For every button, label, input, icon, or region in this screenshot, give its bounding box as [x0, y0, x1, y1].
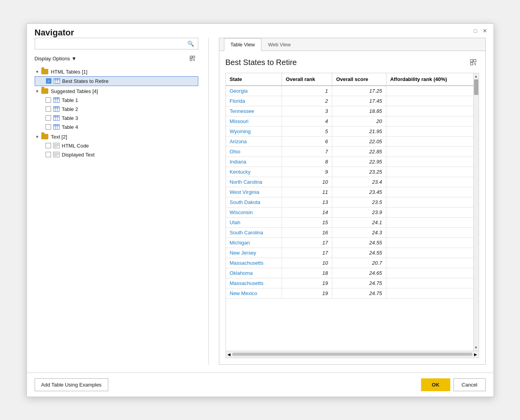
table1-checkbox[interactable]: [46, 97, 51, 103]
table1-label: Table 1: [62, 97, 78, 103]
cell-r14-c0: South Carolina: [226, 227, 282, 237]
cell-r5-c0: Arizona: [226, 136, 282, 146]
cell-r19-c0: Massachusetts: [226, 278, 282, 288]
table-row: Michigan1724.55: [226, 237, 473, 248]
best-states-label: Best States to Retire: [62, 78, 109, 84]
html-tables-header[interactable]: ▼ HTML Tables [1]: [35, 67, 198, 76]
tab-web-view[interactable]: Web View: [261, 38, 297, 51]
hscroll-track[interactable]: [232, 353, 472, 356]
cell-r1-c0: Florida: [226, 96, 282, 106]
svg-rect-36: [471, 60, 473, 62]
minimize-button[interactable]: □: [472, 27, 479, 35]
cell-r10-c0: West Virginia: [226, 187, 282, 197]
cell-r15-c3: [386, 237, 473, 248]
main-content: 🔍 Display Options ▼: [27, 38, 494, 373]
html-code-label: HTML Code: [62, 143, 89, 149]
cell-r7-c0: Indiana: [226, 156, 282, 167]
cell-r20-c0: New Mexico: [226, 288, 282, 298]
text-group: ▼ Text [2]: [35, 132, 198, 159]
data-table-scroll[interactable]: State Overall rank Overall score Afforda…: [226, 73, 473, 351]
cell-r4-c1: 5: [282, 126, 332, 136]
table2-checkbox[interactable]: [46, 106, 51, 112]
search-input[interactable]: [35, 38, 183, 49]
title-bar: Navigator □ ✕: [27, 24, 494, 38]
cell-r6-c3: [386, 146, 473, 156]
text-group-header[interactable]: ▼ Text [2]: [35, 132, 198, 141]
scroll-thumb[interactable]: [474, 79, 478, 95]
html-code-item[interactable]: HTML Code: [35, 141, 198, 150]
scroll-left-icon[interactable]: ◀: [227, 352, 231, 357]
table-row: Indiana822.95: [226, 156, 473, 167]
scroll-thumb-area: [474, 79, 479, 344]
close-button[interactable]: ✕: [481, 27, 489, 35]
table4-item[interactable]: Table 4: [35, 123, 198, 132]
search-button[interactable]: 🔍: [183, 38, 198, 49]
ok-button[interactable]: OK: [421, 378, 451, 391]
cell-r15-c1: 17: [282, 237, 332, 248]
table-row: Tennessee318.85: [226, 106, 473, 116]
horizontal-scrollbar[interactable]: ◀ ▶: [226, 351, 479, 358]
table3-item[interactable]: Table 3: [35, 114, 198, 123]
cell-r16-c3: [386, 248, 473, 258]
cell-r12-c2: 23.9: [332, 207, 386, 217]
svg-rect-7: [54, 79, 60, 80]
preview-panel: Best States to Retire: [219, 51, 485, 364]
cell-r18-c1: 18: [282, 268, 332, 278]
cell-r9-c0: North Carolina: [226, 177, 282, 187]
suggested-tables-header[interactable]: ▼ Suggested Tables [4]: [35, 87, 198, 96]
svg-rect-17: [53, 107, 59, 108]
scroll-down-button[interactable]: ▼: [474, 344, 479, 351]
cell-r11-c0: South Dakota: [226, 197, 282, 207]
refresh-icon[interactable]: [187, 53, 198, 64]
cell-r4-c2: 21.95: [332, 126, 386, 136]
cell-r4-c3: [386, 126, 473, 136]
table2-item[interactable]: Table 2: [35, 105, 198, 114]
suggested-tables-chevron: ▼: [35, 89, 39, 93]
cancel-button[interactable]: Cancel: [453, 378, 485, 391]
add-table-button[interactable]: Add Table Using Examples: [35, 378, 108, 391]
best-states-item[interactable]: ✓ Best States to Retire: [35, 76, 198, 86]
scroll-right-icon[interactable]: ▶: [474, 352, 477, 357]
cell-r1-c1: 2: [282, 96, 332, 106]
cell-r6-c1: 7: [282, 146, 332, 156]
bottom-bar: Add Table Using Examples OK Cancel: [27, 373, 494, 397]
cell-r9-c3: [386, 177, 473, 187]
table-row: Oklahoma1824.65: [226, 268, 473, 278]
dropdown-arrow-icon: ▼: [72, 56, 77, 62]
cell-r7-c2: 22.95: [332, 156, 386, 167]
table-row: Georgia117.25: [226, 86, 473, 96]
table3-checkbox[interactable]: [46, 115, 51, 121]
table1-item[interactable]: Table 1: [35, 96, 198, 105]
vertical-scrollbar[interactable]: ▲ ▼: [473, 73, 479, 351]
table-scroll-area: State Overall rank Overall score Afforda…: [226, 73, 479, 351]
col-overall-score: Overall score: [332, 73, 386, 86]
table-row: Wyoming521.95: [226, 126, 473, 136]
tree-view: ▼ HTML Tables [1] ✓: [35, 67, 198, 365]
displayed-text-checkbox[interactable]: [46, 152, 51, 157]
table4-checkbox[interactable]: [46, 124, 51, 130]
cell-r12-c1: 14: [282, 207, 332, 217]
cell-r3-c3: [386, 116, 473, 126]
table3-label: Table 3: [62, 115, 78, 121]
cell-r17-c0: Massachusetts: [226, 258, 282, 268]
cell-r19-c3: [386, 278, 473, 288]
cell-r19-c2: 24.75: [332, 278, 386, 288]
table-row: New Jersey1724.55: [226, 248, 473, 258]
displayed-text-item[interactable]: Displayed Text: [35, 150, 198, 159]
cell-r1-c2: 17.45: [332, 96, 386, 106]
tab-table-view[interactable]: Table View: [224, 38, 262, 51]
scroll-up-button[interactable]: ▲: [474, 73, 479, 79]
table3-icon: [53, 115, 60, 121]
html-code-checkbox[interactable]: [46, 143, 51, 148]
preview-export-icon[interactable]: [468, 57, 479, 68]
best-states-checkbox[interactable]: ✓: [46, 78, 51, 84]
table-row: Ohio722.85: [226, 146, 473, 156]
cell-r15-c2: 24.55: [332, 237, 386, 248]
display-options-button[interactable]: Display Options ▼: [35, 56, 77, 62]
cell-r0-c2: 17.25: [332, 86, 386, 96]
html-code-icon: [53, 143, 60, 148]
cell-r16-c2: 24.55: [332, 248, 386, 258]
table-header-row: State Overall rank Overall score Afforda…: [226, 73, 473, 86]
table2-icon: [53, 106, 60, 112]
cell-r5-c3: [386, 136, 473, 146]
